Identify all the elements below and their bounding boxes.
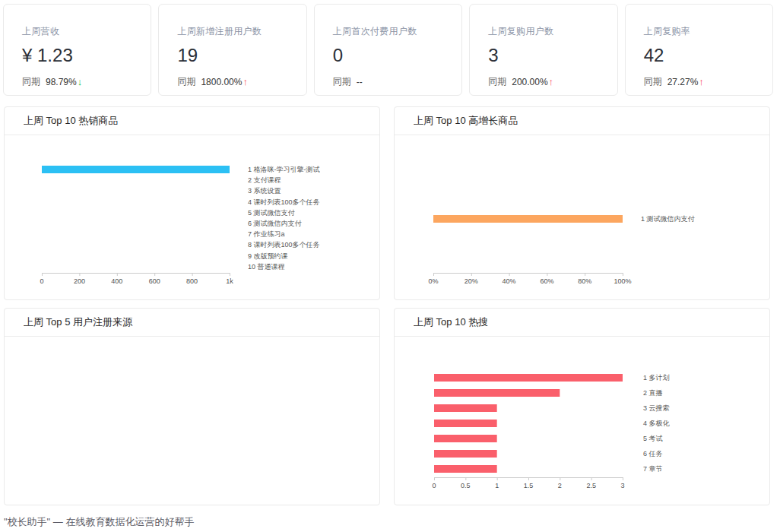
bar[interactable] — [434, 435, 497, 442]
period-label: 同期 — [333, 75, 351, 88]
bar-chart-canvas: 00.511.522.531 多计划2 直播3 云搜索4 多极化5 考试6 任务… — [395, 337, 769, 505]
period-label: 同期 — [488, 75, 506, 88]
bar-chart-canvas: 02004006008001k1 格洛咪-学习引擎-测试2 支付课程3 系统设置… — [5, 135, 379, 299]
stat-card-revenue: 上周营收 ¥ 1.23 同期 98.79% ↓ — [3, 4, 151, 96]
rank-label: 1 多计划 — [643, 374, 670, 382]
period-value: 1800.00% — [201, 77, 242, 87]
period-value: 200.00% — [512, 77, 547, 87]
period-value: 27.27% — [667, 77, 699, 87]
x-tick-label: 400 — [111, 277, 122, 285]
period-value: 98.79% — [46, 77, 77, 87]
stat-title: 上周新增注册用户数 — [177, 25, 287, 38]
trend-down-icon: ↓ — [78, 76, 83, 87]
x-tick-label: 0.5 — [461, 482, 471, 489]
rank-label: 1 测试微信内支付 — [641, 215, 696, 223]
bar[interactable] — [434, 374, 623, 382]
bar[interactable] — [434, 389, 560, 397]
rank-label: 4 多极化 — [643, 420, 671, 427]
bar[interactable] — [42, 166, 230, 173]
x-tick-label: 100% — [614, 277, 631, 285]
rank-label: 1 格洛咪-学习引擎-测试 — [248, 166, 320, 173]
stat-value: 42 — [644, 45, 754, 66]
stat-card-new-users: 上周新增注册用户数 19 同期 1800.00% ↑ — [158, 4, 306, 96]
x-tick-label: 600 — [149, 277, 160, 285]
rank-label: 6 测试微信内支付 — [248, 220, 303, 227]
x-tick-label: 1k — [226, 277, 233, 285]
rank-label: 2 直播 — [643, 389, 663, 397]
x-tick-label: 0 — [40, 277, 43, 285]
period-value: -- — [357, 77, 363, 87]
bar[interactable] — [434, 420, 497, 427]
x-tick-label: 800 — [186, 277, 198, 285]
rank-label: 4 课时列表100多个任务 — [248, 198, 320, 206]
stat-period: 同期 1800.00% ↑ — [177, 75, 287, 88]
rank-label: 3 云搜索 — [643, 404, 670, 412]
rank-label: 5 测试微信支付 — [248, 209, 296, 217]
period-label: 同期 — [177, 75, 195, 88]
x-tick-label: 40% — [503, 277, 516, 285]
stat-value: 0 — [333, 45, 443, 66]
chart-body-hot-products: 02004006008001k1 格洛咪-学习引擎-测试2 支付课程3 系统设置… — [5, 135, 379, 299]
stats-row: 上周营收 ¥ 1.23 同期 98.79% ↓ 上周新增注册用户数 19 同期 … — [3, 4, 773, 96]
chart-card-growth-products: 上周 Top 10 高增长商品 0%20%40%60%80%100%1 测试微信… — [394, 106, 770, 300]
stat-title: 上周营收 — [22, 25, 132, 38]
trend-up-icon: ↑ — [699, 76, 704, 87]
app-slogan: "校长助手" — 在线教育数据化运营的好帮手 — [4, 515, 194, 529]
rank-label: 9 改版预约课 — [248, 252, 288, 260]
stat-card-repeat-rate: 上周复购率 42 同期 27.27% ↑ — [625, 4, 773, 96]
stat-value: 19 — [177, 45, 287, 66]
chart-card-hot-search: 上周 Top 10 热搜 00.511.522.531 多计划2 直播3 云搜索… — [394, 308, 770, 505]
x-tick-label: 80% — [578, 277, 591, 285]
x-tick-label: 0% — [428, 277, 438, 285]
rank-label: 7 章节 — [643, 465, 663, 473]
rank-label: 5 考试 — [643, 435, 663, 442]
stat-title: 上周复购率 — [644, 25, 754, 38]
bar[interactable] — [433, 215, 623, 223]
x-tick-label: 0 — [432, 482, 436, 489]
bar[interactable] — [434, 465, 497, 473]
x-tick-label: 3 — [620, 482, 624, 489]
rank-label: 10 普通课程 — [248, 263, 285, 271]
stat-value: 3 — [488, 45, 598, 66]
chart-body-growth-products: 0%20%40%60%80%100%1 测试微信内支付 — [395, 135, 769, 299]
x-tick-label: 2.5 — [586, 482, 596, 489]
bar-chart-canvas: 0%20%40%60%80%100%1 测试微信内支付 — [395, 135, 769, 299]
stat-title: 上周复购用户数 — [488, 25, 598, 38]
chart-card-register-source: 上周 Top 5 用户注册来源 分销|0.00%微信|30.00%微营销|0.0… — [4, 308, 380, 505]
stat-period: 同期 200.00% ↑ — [488, 75, 598, 88]
trend-up-icon: ↑ — [243, 76, 248, 87]
x-tick-label: 200 — [74, 277, 85, 285]
stat-period: 同期 27.27% ↑ — [644, 75, 754, 88]
chart-title-hot-products: 上周 Top 10 热销商品 — [5, 107, 379, 135]
stat-period: 同期 98.79% ↓ — [22, 75, 132, 88]
chart-card-hot-products: 上周 Top 10 热销商品 02004006008001k1 格洛咪-学习引擎… — [4, 106, 380, 300]
chart-title-register-source: 上周 Top 5 用户注册来源 — [5, 309, 379, 337]
stat-value: ¥ 1.23 — [22, 45, 132, 66]
trend-up-icon: ↑ — [549, 76, 554, 87]
x-tick-label: 1.5 — [524, 482, 534, 489]
chart-body-hot-search: 00.511.522.531 多计划2 直播3 云搜索4 多极化5 考试6 任务… — [395, 337, 769, 505]
rank-label: 7 作业练习a — [248, 230, 285, 238]
rank-label: 2 支付课程 — [248, 176, 281, 184]
rank-label: 8 课时列表100多个任务 — [248, 241, 320, 249]
bar[interactable] — [434, 450, 497, 458]
x-tick-label: 1 — [495, 482, 499, 489]
bar[interactable] — [434, 404, 497, 412]
period-label: 同期 — [644, 75, 662, 88]
x-tick-label: 60% — [540, 277, 553, 285]
stat-period: 同期 -- — [333, 75, 443, 88]
chart-title-growth-products: 上周 Top 10 高增长商品 — [395, 107, 769, 135]
stat-title: 上周首次付费用户数 — [333, 25, 443, 38]
x-tick-label: 2 — [558, 482, 562, 489]
stat-card-repeat-users: 上周复购用户数 3 同期 200.00% ↑ — [469, 4, 617, 96]
rank-label: 3 系统设置 — [248, 187, 281, 195]
stat-card-first-pay-users: 上周首次付费用户数 0 同期 -- — [314, 4, 462, 96]
period-label: 同期 — [22, 75, 40, 88]
x-tick-label: 20% — [465, 277, 478, 285]
rank-label: 6 任务 — [643, 450, 663, 458]
chart-title-hot-search: 上周 Top 10 热搜 — [395, 309, 769, 337]
